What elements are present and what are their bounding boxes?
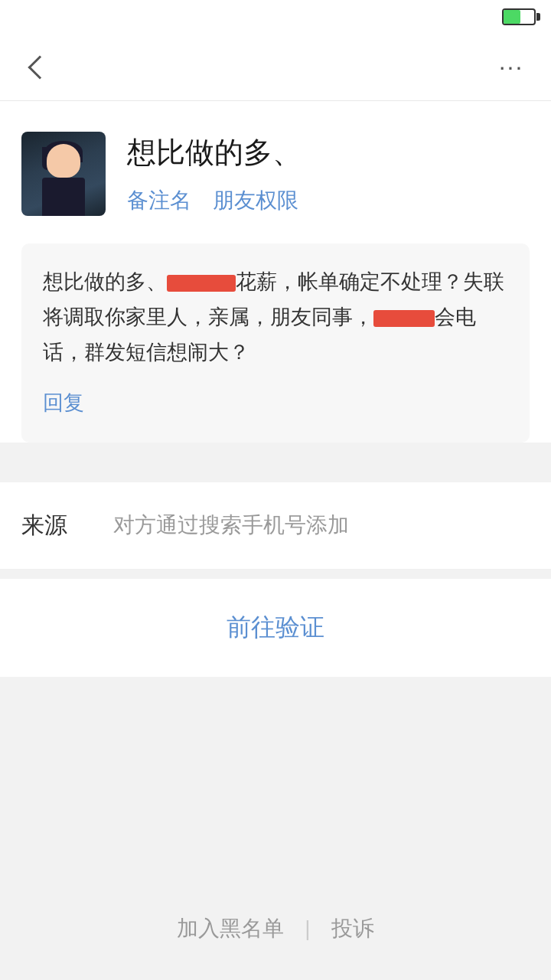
battery-icon: [502, 8, 536, 25]
bottom-actions: 加入黑名单 | 投诉: [0, 877, 551, 980]
bottom-divider: |: [305, 916, 310, 940]
source-value: 对方通过搜索手机号添加: [113, 511, 349, 540]
main-content: 想比做的多、 备注名 朋友权限 想比做的多、 花薪，帐单确定不处理？失联将调取你…: [0, 101, 551, 443]
section-divider-1: [0, 473, 551, 482]
status-bar: [0, 0, 551, 34]
message-card: 想比做的多、 花薪，帐单确定不处理？失联将调取你家里人，亲属，朋友同事， 会电话…: [21, 243, 530, 443]
report-button[interactable]: 投诉: [331, 916, 374, 940]
profile-header: 想比做的多、 备注名 朋友权限: [21, 132, 530, 216]
message-text: 想比做的多、 花薪，帐单确定不处理？失联将调取你家里人，亲属，朋友同事， 会电话…: [43, 265, 508, 371]
reply-button[interactable]: 回复: [43, 386, 508, 421]
back-button[interactable]: [21, 49, 58, 86]
avatar: [21, 132, 106, 216]
source-label: 来源: [21, 510, 113, 541]
verify-row: 前往验证: [0, 579, 551, 677]
blacklist-button[interactable]: 加入黑名单: [177, 916, 284, 940]
profile-name: 想比做的多、: [127, 133, 302, 172]
verify-button[interactable]: 前往验证: [227, 613, 324, 641]
source-row: 来源 对方通过搜索手机号添加: [0, 482, 551, 570]
redacted-1: [167, 275, 236, 292]
permission-button[interactable]: 朋友权限: [213, 186, 298, 215]
back-arrow-icon: [28, 55, 51, 79]
redacted-2: [373, 310, 435, 327]
profile-info: 想比做的多、 备注名 朋友权限: [127, 133, 302, 215]
more-button[interactable]: ···: [493, 49, 530, 86]
message-part1: 想比做的多、: [43, 270, 167, 293]
bottom-action-row: 加入黑名单 | 投诉: [0, 914, 551, 943]
profile-actions: 备注名 朋友权限: [127, 186, 302, 215]
remark-button[interactable]: 备注名: [127, 186, 191, 215]
section-divider-2: [0, 570, 551, 579]
top-nav: ···: [0, 34, 551, 101]
